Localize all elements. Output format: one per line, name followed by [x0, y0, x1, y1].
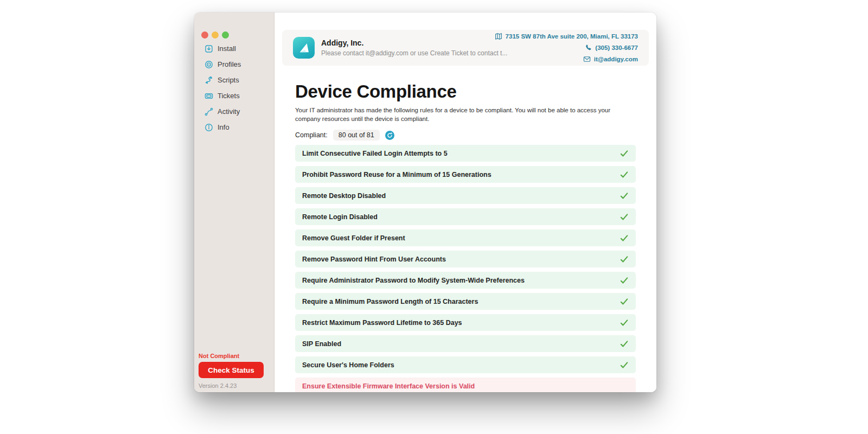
org-address-link[interactable]: 7315 SW 87th Ave suite 200, Miami, FL 33… [495, 33, 638, 40]
sidebar-status-area: Not Compliant Check Status Version 2.4.2… [199, 353, 270, 389]
check-icon [620, 149, 629, 158]
sidebar-item-activity[interactable]: Activity [194, 104, 274, 119]
sidebar-item-info[interactable]: Info [194, 119, 274, 135]
map-icon [495, 33, 502, 40]
check-icon [620, 212, 629, 221]
sidebar-item-label: Profiles [218, 60, 241, 68]
tickets-icon [205, 92, 213, 100]
close-button[interactable] [201, 31, 208, 39]
rule-label: Remove Guest Folder if Present [302, 234, 405, 242]
compliance-rule-row: Ensure Extensible Firmware Interface Ver… [295, 378, 636, 392]
rule-label: Secure User's Home Folders [302, 361, 394, 369]
compliance-rule-row: Require Administrator Password to Modify… [295, 272, 636, 289]
compliance-rule-row: Remote Desktop Disabled [295, 187, 636, 204]
envelope-icon [583, 55, 591, 63]
compliance-rule-row: Require a Minimum Password Length of 15 … [295, 293, 636, 310]
window-controls [201, 31, 229, 39]
compliance-rule-row: Remote Login Disabled [295, 208, 636, 225]
compliance-rule-row: Limit Consecutive Failed Login Attempts … [295, 145, 636, 162]
sidebar-nav: Install Profiles Scripts Tickets [194, 41, 274, 135]
rule-label: Limit Consecutive Failed Login Attempts … [302, 150, 448, 157]
sidebar-item-label: Tickets [218, 92, 240, 100]
main-content: Addigy, Inc. Please contact it@addigy.co… [275, 12, 656, 392]
info-icon [205, 123, 213, 132]
compliant-count-badge: 80 out of 81 [333, 130, 380, 141]
org-header-card: Addigy, Inc. Please contact it@addigy.co… [282, 30, 649, 66]
compliant-label: Compliant: [295, 131, 328, 139]
sidebar-item-label: Scripts [218, 76, 239, 84]
rule-label: Prohibit Password Reuse for a Minimum of… [302, 171, 492, 178]
refresh-button[interactable] [385, 131, 394, 140]
check-icon [620, 233, 629, 242]
app-version: Version 2.4.23 [199, 382, 270, 389]
rule-label: Remote Desktop Disabled [302, 192, 386, 200]
check-icon [620, 276, 629, 285]
check-icon [620, 318, 629, 327]
org-address: 7315 SW 87th Ave suite 200, Miami, FL 33… [506, 33, 638, 40]
rule-label: Remove Password Hint From User Accounts [302, 256, 446, 263]
page-description: Your IT administrator has made the follo… [295, 106, 636, 123]
addigy-logo [293, 37, 315, 59]
sidebar-item-profiles[interactable]: Profiles [194, 56, 274, 72]
sidebar-item-label: Info [218, 123, 229, 131]
compliance-rules-list: Limit Consecutive Failed Login Attempts … [295, 145, 636, 392]
rule-label: SIP Enabled [302, 340, 341, 348]
check-icon [620, 191, 629, 200]
check-icon [620, 360, 629, 369]
org-phone: (305) 330-6677 [595, 44, 638, 51]
org-email: it@addigy.com [594, 56, 638, 62]
activity-icon [205, 107, 213, 116]
rule-label: Require a Minimum Password Length of 15 … [302, 298, 478, 305]
check-status-button[interactable]: Check Status [199, 362, 264, 378]
contact-info: 7315 SW 87th Ave suite 200, Miami, FL 33… [495, 30, 638, 66]
check-icon [620, 254, 629, 264]
org-phone-link[interactable]: (305) 330-6677 [584, 44, 638, 52]
check-icon [620, 170, 629, 179]
phone-icon [584, 44, 592, 52]
rule-label: Restrict Maximum Password Lifetime to 36… [302, 319, 462, 327]
profiles-icon [205, 60, 213, 69]
zoom-button[interactable] [222, 31, 229, 39]
sidebar-item-install[interactable]: Install [194, 41, 274, 56]
check-icon [620, 297, 629, 306]
compliance-rule-row: Secure User's Home Folders [295, 356, 636, 373]
app-window: Install Profiles Scripts Tickets [194, 12, 656, 392]
sidebar-item-scripts[interactable]: Scripts [194, 72, 274, 88]
org-email-link[interactable]: it@addigy.com [583, 55, 638, 63]
sidebar-item-label: Install [218, 44, 236, 53]
compliance-rule-row: Remove Guest Folder if Present [295, 229, 636, 246]
compliance-rule-row: SIP Enabled [295, 335, 636, 352]
check-icon [620, 339, 629, 348]
compliance-status-label: Not Compliant [199, 353, 270, 359]
page-title: Device Compliance [295, 82, 636, 101]
sidebar-item-label: Activity [218, 107, 240, 116]
compliance-rule-row: Prohibit Password Reuse for a Minimum of… [295, 166, 636, 183]
compliance-rule-row: Remove Password Hint From User Accounts [295, 251, 636, 267]
sidebar-item-tickets[interactable]: Tickets [194, 88, 274, 104]
org-info: Addigy, Inc. Please contact it@addigy.co… [321, 39, 507, 57]
org-name: Addigy, Inc. [321, 39, 507, 47]
compliant-summary: Compliant: 80 out of 81 [295, 129, 636, 141]
rule-label: Require Administrator Password to Modify… [302, 277, 525, 284]
sidebar: Install Profiles Scripts Tickets [194, 12, 275, 392]
refresh-icon [385, 131, 394, 140]
minimize-button[interactable] [212, 31, 219, 39]
scripts-icon [205, 76, 213, 85]
rule-label: Ensure Extensible Firmware Interface Ver… [302, 382, 475, 390]
install-icon [205, 44, 213, 53]
org-contact-note: Please contact it@addigy.com or use Crea… [321, 49, 507, 57]
rule-label: Remote Login Disabled [302, 213, 378, 221]
compliance-rule-row: Restrict Maximum Password Lifetime to 36… [295, 314, 636, 331]
